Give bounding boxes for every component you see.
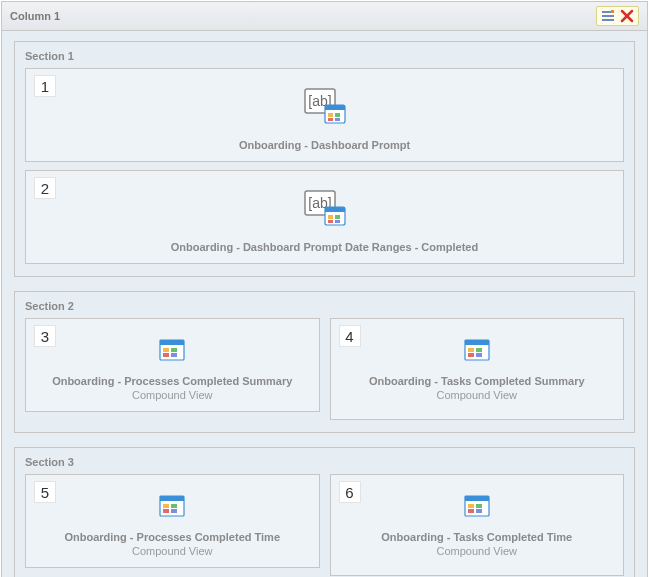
prompt-icon: [ab] (36, 185, 613, 233)
item-subtitle: Compound View (36, 389, 309, 401)
svg-rect-37 (171, 504, 177, 508)
dashboard-item[interactable]: 3 Onboarding - Processes Completed Summa… (25, 318, 320, 412)
item-title: Onboarding - Tasks Completed Time (341, 531, 614, 543)
section-label: Section 2 (25, 300, 624, 312)
svg-rect-30 (468, 348, 474, 352)
item-subtitle: Compound View (341, 545, 614, 557)
svg-rect-27 (171, 353, 177, 357)
item-subtitle: Compound View (341, 389, 614, 401)
svg-rect-35 (160, 496, 184, 501)
svg-rect-3 (611, 10, 614, 13)
column-body: Section 1 1 [ab] Onboarding - Das (2, 31, 647, 577)
svg-rect-45 (476, 509, 482, 513)
svg-rect-25 (171, 348, 177, 352)
svg-rect-38 (163, 509, 169, 513)
svg-rect-36 (163, 504, 169, 508)
item-number-badge: 1 (34, 75, 56, 97)
item-subtitle: Compound View (36, 545, 309, 557)
item-title: Onboarding - Processes Completed Summary (36, 375, 309, 387)
svg-rect-18 (328, 215, 333, 219)
analysis-icon (341, 333, 614, 367)
dashboard-item[interactable]: 2 [ab] Onboarding - Dashboard Prompt Dat… (25, 170, 624, 264)
svg-rect-32 (468, 353, 474, 357)
svg-rect-24 (163, 348, 169, 352)
column-container: Column 1 Section 1 1 (1, 1, 648, 577)
item-title: Onboarding - Dashboard Prompt (36, 139, 613, 151)
analysis-icon (36, 489, 309, 523)
dashboard-item[interactable]: 4 Onboarding - Tasks Completed Summary C… (330, 318, 625, 420)
section-3: Section 3 5 Onboarding - P (14, 447, 635, 577)
svg-rect-41 (465, 496, 489, 501)
svg-rect-13 (335, 118, 340, 121)
dashboard-item[interactable]: 5 Onboarding - Processes Completed Time … (25, 474, 320, 568)
item-number-badge: 2 (34, 177, 56, 199)
item-title: Onboarding - Dashboard Prompt Date Range… (36, 241, 613, 253)
section-1: Section 1 1 [ab] Onboarding - Das (14, 41, 635, 277)
svg-rect-39 (171, 509, 177, 513)
section-label: Section 1 (25, 50, 624, 62)
column-title: Column 1 (10, 10, 60, 22)
section-2: Section 2 3 Onboarding - P (14, 291, 635, 433)
svg-rect-44 (468, 509, 474, 513)
item-number-badge: 3 (34, 325, 56, 347)
column-header: Column 1 (2, 2, 647, 31)
item-number-badge: 6 (339, 481, 361, 503)
analysis-icon (341, 489, 614, 523)
dashboard-item[interactable]: 1 [ab] Onboarding - Dashboard Prompt (25, 68, 624, 162)
svg-rect-26 (163, 353, 169, 357)
svg-rect-42 (468, 504, 474, 508)
analysis-icon (36, 333, 309, 367)
svg-rect-1 (602, 15, 614, 17)
section-label: Section 3 (25, 456, 624, 468)
svg-rect-11 (335, 113, 340, 117)
svg-rect-2 (602, 19, 614, 21)
item-number-badge: 5 (34, 481, 56, 503)
item-title: Onboarding - Tasks Completed Summary (341, 375, 614, 387)
svg-rect-12 (328, 118, 333, 121)
svg-rect-21 (335, 220, 340, 223)
item-title: Onboarding - Processes Completed Time (36, 531, 309, 543)
delete-icon[interactable] (619, 8, 635, 24)
item-number-badge: 4 (339, 325, 361, 347)
dashboard-item[interactable]: 6 Onboarding - Tasks Completed Time Comp… (330, 474, 625, 576)
svg-rect-31 (476, 348, 482, 352)
svg-rect-10 (328, 113, 333, 117)
svg-rect-20 (328, 220, 333, 223)
svg-rect-43 (476, 504, 482, 508)
svg-rect-29 (465, 340, 489, 345)
svg-rect-23 (160, 340, 184, 345)
prompt-icon: [ab] (36, 83, 613, 131)
column-header-actions (596, 6, 639, 26)
svg-rect-17 (325, 207, 345, 212)
properties-icon[interactable] (600, 8, 616, 24)
svg-rect-9 (325, 105, 345, 110)
svg-rect-33 (476, 353, 482, 357)
svg-rect-19 (335, 215, 340, 219)
